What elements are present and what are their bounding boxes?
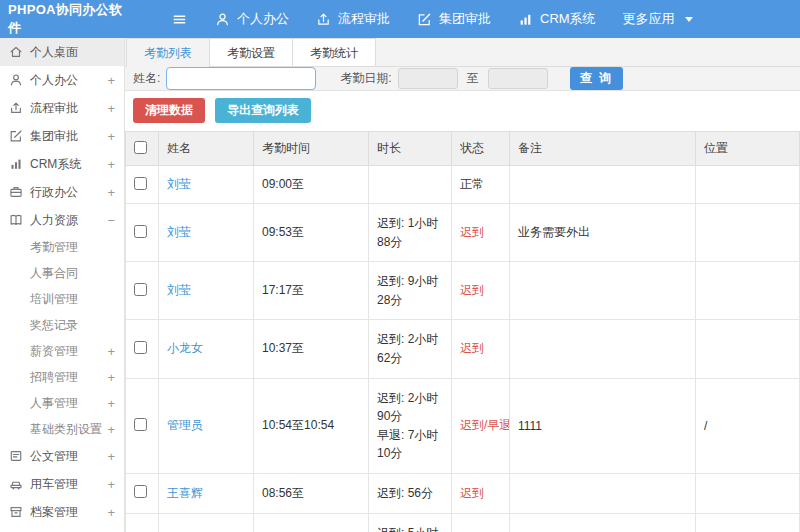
sidebar-item-label: 集团审批: [30, 128, 78, 145]
date-label: 考勤日期:: [340, 70, 391, 87]
sidebar-item-admin-office[interactable]: 行政办公 +: [0, 178, 124, 206]
row-checkbox[interactable]: [134, 418, 147, 431]
sidebar-item-group-approval[interactable]: 集团审批 +: [0, 122, 124, 150]
status-text: 正常: [460, 177, 484, 191]
sidebar-item-label: 流程审批: [30, 100, 78, 117]
duration-cell: 迟到: 2小时90分早退: 7小时10分: [369, 378, 452, 473]
attendance-time: 10:37至: [254, 320, 369, 378]
sidebar-item-personal-office[interactable]: 个人办公 +: [0, 66, 124, 94]
remark-cell: 1111: [510, 378, 696, 473]
sidebar-item-crm[interactable]: CRM系统 +: [0, 150, 124, 178]
nav-crm[interactable]: CRM系统: [518, 10, 596, 28]
header-duration: 时长: [369, 132, 452, 166]
tab-bar: 考勤列表 考勤设置 考勤统计: [125, 38, 800, 67]
sidebar-subitem-rewards[interactable]: 奖惩记录: [0, 312, 124, 338]
duration-cell: 迟到: 1小时88分: [369, 204, 452, 262]
nav-group-approval[interactable]: 集团审批: [417, 10, 491, 28]
duration-line1: 迟到: 1小时88分: [377, 214, 447, 251]
sidebar-item-label: 人事管理: [30, 395, 78, 412]
sidebar-item-vehicle[interactable]: 用车管理 +: [0, 470, 124, 498]
expand-indicator: +: [107, 396, 115, 411]
sidebar-subitem-training[interactable]: 培训管理: [0, 286, 124, 312]
book-icon: [9, 213, 23, 227]
tab-attendance-settings[interactable]: 考勤设置: [209, 38, 293, 67]
nav-workflow-approval[interactable]: 流程审批: [316, 10, 390, 28]
sidebar-item-hr[interactable]: 人力资源 −: [0, 206, 124, 234]
remark-cell: [510, 320, 696, 378]
nav-more-apps[interactable]: 更多应用: [623, 10, 693, 28]
employee-name-link[interactable]: 刘莹: [167, 225, 191, 239]
sidebar-item-personal-desktop[interactable]: 个人桌面: [0, 38, 124, 66]
chart-icon: [9, 157, 23, 171]
nav-personal-office[interactable]: 个人办公: [215, 10, 289, 28]
row-checkbox[interactable]: [134, 225, 147, 238]
status-text: 迟到: [460, 486, 484, 500]
attendance-row: 黄蓉 13:20至13:20 迟到: 5小时33分早退: 4小时67分 迟到/早…: [126, 513, 800, 532]
status-cell: 迟到: [452, 473, 510, 513]
sidebar-item-label: 培训管理: [30, 291, 78, 308]
name-input[interactable]: [166, 67, 316, 90]
employee-name-link[interactable]: 王喜辉: [167, 486, 203, 500]
share-icon: [9, 101, 23, 115]
clear-data-button[interactable]: 清理数据: [133, 98, 205, 123]
attendance-row: 小龙女 10:37至 迟到: 2小时62分 迟到: [126, 320, 800, 378]
sidebar-item-projects[interactable]: 项目管理 +: [0, 526, 124, 532]
row-checkbox[interactable]: [134, 177, 147, 190]
tab-attendance-list[interactable]: 考勤列表: [126, 38, 210, 67]
sidebar-item-label: 个人桌面: [30, 44, 78, 61]
sidebar-item-label: 公文管理: [30, 448, 78, 465]
duration-cell: 迟到: 56分: [369, 473, 452, 513]
sidebar-item-label: CRM系统: [30, 156, 81, 173]
sidebar-item-label: 人力资源: [30, 212, 78, 229]
expand-indicator: +: [107, 129, 115, 144]
sidebar-item-archives[interactable]: 档案管理 +: [0, 498, 124, 526]
employee-name-link[interactable]: 小龙女: [167, 341, 203, 355]
sidebar-subitem-hr-contract[interactable]: 人事合同: [0, 260, 124, 286]
location-cell: /: [696, 378, 800, 473]
menu-toggle-icon[interactable]: [172, 12, 187, 27]
to-label: 至: [467, 70, 479, 87]
sidebar-subitem-recruitment[interactable]: 招聘管理 +: [0, 364, 124, 390]
sidebar-item-label: 考勤管理: [30, 239, 78, 256]
duration-cell: 迟到: 2小时62分: [369, 320, 452, 378]
sidebar-item-workflow-approval[interactable]: 流程审批 +: [0, 94, 124, 122]
duration-cell: [369, 166, 452, 204]
employee-name-link[interactable]: 刘莹: [167, 177, 191, 191]
row-checkbox[interactable]: [134, 485, 147, 498]
nav-label: 个人办公: [237, 10, 289, 28]
expand-indicator: +: [107, 477, 115, 492]
attendance-row: 王喜辉 08:56至 迟到: 56分 迟到: [126, 473, 800, 513]
sidebar-item-documents[interactable]: 公文管理 +: [0, 442, 124, 470]
employee-name-link[interactable]: 管理员: [167, 418, 203, 432]
status-text: 迟到/早退: [460, 418, 510, 432]
location-cell: [696, 320, 800, 378]
duration-line1: 迟到: 9小时28分: [377, 272, 447, 309]
employee-name-link[interactable]: 刘莹: [167, 283, 191, 297]
main-content: 考勤列表 考勤设置 考勤统计 姓名: 考勤日期: 至 查 询 清理数据 导出查询…: [125, 38, 800, 532]
select-all-checkbox[interactable]: [134, 141, 147, 154]
export-list-button[interactable]: 导出查询列表: [215, 98, 311, 123]
duration-line1: 迟到: 2小时62分: [377, 330, 447, 367]
attendance-time: 09:53至: [254, 204, 369, 262]
caret-down-icon: [685, 17, 693, 22]
status-cell: 正常: [452, 166, 510, 204]
date-from-input[interactable]: [398, 68, 458, 89]
date-to-input[interactable]: [488, 68, 548, 89]
sidebar-subitem-salary[interactable]: 薪资管理 +: [0, 338, 124, 364]
remark-cell: [510, 513, 696, 532]
duration-line2: 早退: 7小时10分: [377, 426, 447, 463]
header-time: 考勤时间: [254, 132, 369, 166]
sidebar: 个人桌面 个人办公 + 流程审批 + 集团审批 + CRM系统 + 行政办公 +: [0, 38, 125, 532]
sidebar-subitem-base-category[interactable]: 基础类别设置 +: [0, 416, 124, 442]
header-status: 状态: [452, 132, 510, 166]
duration-line1: 迟到: 5小时33分: [377, 524, 447, 532]
header-remark: 备注: [510, 132, 696, 166]
expand-indicator: +: [107, 449, 115, 464]
sidebar-subitem-attendance[interactable]: 考勤管理: [0, 234, 124, 260]
attendance-row: 刘莹 09:00至 正常: [126, 166, 800, 204]
row-checkbox[interactable]: [134, 341, 147, 354]
sidebar-subitem-personnel[interactable]: 人事管理 +: [0, 390, 124, 416]
search-button[interactable]: 查 询: [570, 67, 623, 90]
row-checkbox[interactable]: [134, 283, 147, 296]
tab-attendance-stats[interactable]: 考勤统计: [292, 38, 376, 67]
